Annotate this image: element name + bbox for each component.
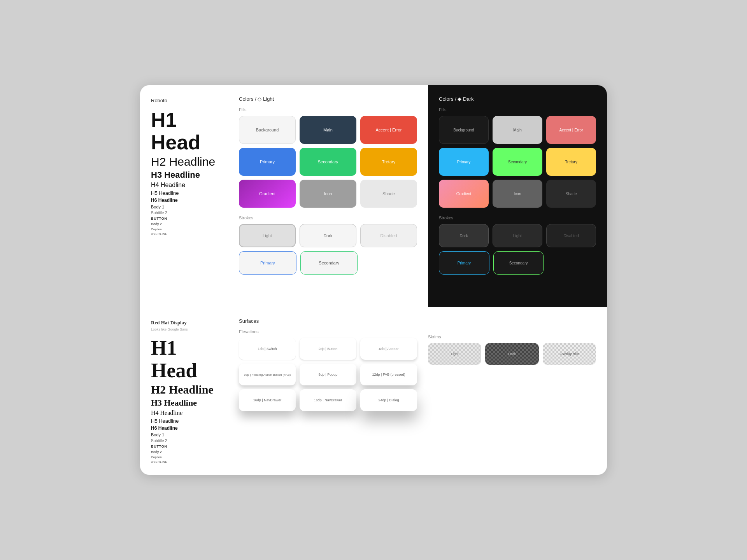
h3-label: H3 Headline bbox=[151, 170, 219, 180]
dark-swatch-gradient[interactable]: Gradient bbox=[439, 180, 489, 208]
stroke-primary[interactable]: Primary bbox=[239, 251, 296, 275]
dark-swatch-main[interactable]: Main bbox=[493, 116, 542, 144]
caption-label: Caption bbox=[151, 228, 219, 231]
h1-label: H1 Head bbox=[151, 109, 219, 153]
typography-panel: Roboto H1 Head H2 Headline H3 Headline H… bbox=[140, 85, 230, 307]
swatch-primary[interactable]: Primary bbox=[239, 148, 296, 176]
swatch-main[interactable]: Main bbox=[300, 116, 356, 144]
rh-h3-label: H3 Headline bbox=[151, 398, 219, 408]
stroke-disabled[interactable]: Disabled bbox=[360, 224, 417, 247]
fills-light-title: Fills bbox=[239, 107, 417, 112]
dark-swatch-shade[interactable]: Shade bbox=[546, 180, 596, 208]
red-hat-font-name: Red Hat Display bbox=[151, 320, 219, 326]
elevation-24dp[interactable]: 24dp | Dialog bbox=[360, 389, 417, 411]
rh-h5-label: H5 Headline bbox=[151, 418, 219, 424]
elevation-1dp[interactable]: 1dp | Switch bbox=[239, 338, 296, 360]
stroke-secondary[interactable]: Secondary bbox=[300, 251, 358, 275]
surfaces-panel: Surfaces Elevations 1dp | Switch 2dp | B… bbox=[230, 307, 428, 474]
h6-label: H6 Headline bbox=[151, 198, 219, 203]
diamond-dark-icon: ◆ bbox=[458, 96, 461, 102]
colors-light-text: Colors / ◇ Light bbox=[239, 96, 274, 102]
h5-label: H5 Headline bbox=[151, 190, 219, 196]
h2-label: H2 Headline bbox=[151, 155, 219, 168]
redhat-typography-panel: Red Hat Display Looks like Google Sans H… bbox=[140, 307, 230, 474]
strokes-dark-title: Strokes bbox=[439, 215, 596, 220]
dark-swatch-background[interactable]: Background bbox=[439, 116, 489, 144]
subtitle2-label: Subtitle 2 bbox=[151, 211, 219, 215]
elevation-grid: 1dp | Switch 2dp | Button 4dp | Appbar 6… bbox=[239, 338, 417, 411]
font-name-roboto: Roboto bbox=[151, 98, 219, 103]
dark-swatch-tretary[interactable]: Tretary bbox=[546, 148, 596, 176]
body1-label: Body 1 bbox=[151, 205, 219, 209]
dark-stroke-dark[interactable]: Dark bbox=[439, 224, 489, 247]
swatch-tretary[interactable]: Tretary bbox=[360, 148, 417, 176]
rh-h4-label: H4 Headline bbox=[151, 410, 219, 416]
h4-label: H4 Headline bbox=[151, 182, 219, 189]
skrim-overlay-blur[interactable]: Overlay Blur bbox=[543, 343, 596, 365]
colors-light-panel: Colors / ◇ Light Fills Background Main A… bbox=[230, 85, 428, 307]
rh-button-label: BUTTON bbox=[151, 444, 219, 448]
body2-label: Body 2 bbox=[151, 222, 219, 226]
dark-stroke-disabled[interactable]: Disabled bbox=[546, 224, 596, 247]
stroke-light[interactable]: Light bbox=[239, 224, 296, 247]
elevations-title: Elevations bbox=[239, 329, 417, 334]
elevation-16dp-2[interactable]: 16dp | NavDrawer bbox=[300, 389, 356, 411]
rh-h1-label: H1 Head bbox=[151, 337, 219, 381]
dark-swatch-secondary[interactable]: Secondary bbox=[493, 148, 542, 176]
diamond-light-icon: ◇ bbox=[258, 96, 261, 102]
swatch-icon[interactable]: Icon bbox=[300, 180, 356, 208]
skrim-dark[interactable]: Dark bbox=[485, 343, 538, 365]
rh-body1-label: Body 1 bbox=[151, 432, 219, 437]
colors-dark-panel: Colors / ◆ Dark Fills Background Main Ac… bbox=[428, 85, 607, 307]
rh-caption-label: Caption bbox=[151, 455, 219, 459]
rh-subtitle2-label: Subtitle 2 bbox=[151, 439, 219, 443]
overline-label: OVERLINE bbox=[151, 233, 219, 235]
colors-dark-text: Colors / ◆ Dark bbox=[439, 96, 473, 102]
strokes-light-grid: Light Dark Disabled bbox=[239, 224, 417, 247]
strokes-light-grid2: Primary Secondary bbox=[239, 251, 358, 275]
skrim-light[interactable]: Light bbox=[428, 343, 481, 365]
surfaces-title: Surfaces bbox=[239, 318, 417, 324]
skrims-grid: Light Dark Overlay Blur bbox=[428, 343, 596, 365]
stroke-dark[interactable]: Dark bbox=[300, 224, 356, 247]
skrims-section: Skrims Light Dark Overlay Blur bbox=[428, 307, 607, 474]
dark-swatch-icon[interactable]: Icon bbox=[493, 180, 542, 208]
elevation-12dp[interactable]: 12dp | FAB (pressed) bbox=[360, 364, 417, 385]
dark-swatch-accent-error[interactable]: Accent | Error bbox=[546, 116, 596, 144]
swatch-gradient[interactable]: Gradient bbox=[239, 180, 296, 208]
fills-dark-title: Fills bbox=[439, 107, 596, 112]
elevation-8dp[interactable]: 8dp | Popup bbox=[300, 364, 356, 385]
fills-light-grid: Background Main Accent | Error Primary S… bbox=[239, 116, 417, 208]
main-container: Roboto H1 Head H2 Headline H3 Headline H… bbox=[140, 85, 607, 474]
dark-stroke-light[interactable]: Light bbox=[493, 224, 542, 247]
strokes-light-title: Strokes bbox=[239, 215, 417, 220]
rh-body2-label: Body 2 bbox=[151, 450, 219, 454]
colors-light-title: Colors / ◇ Light bbox=[239, 96, 417, 102]
top-section: Roboto H1 Head H2 Headline H3 Headline H… bbox=[140, 85, 607, 307]
rh-h6-label: H6 Headline bbox=[151, 425, 219, 431]
swatch-shade[interactable]: Shade bbox=[360, 180, 417, 208]
skrims-title: Skrims bbox=[428, 334, 596, 339]
button-label: BUTTON bbox=[151, 217, 219, 220]
dark-stroke-secondary[interactable]: Secondary bbox=[493, 251, 544, 275]
elevation-6dp[interactable]: 6dp | Floating Action Button (FAB) bbox=[239, 364, 296, 385]
strokes-dark-grid2: Primary Secondary bbox=[439, 251, 544, 275]
looks-like-label: Looks like Google Sans bbox=[151, 327, 219, 331]
elevation-2dp[interactable]: 2dp | Button bbox=[300, 338, 356, 360]
rh-overline-label: OVERLINE bbox=[151, 460, 219, 463]
elevation-16dp-1[interactable]: 16dp | NavDrawer bbox=[239, 389, 296, 411]
swatch-accent-error[interactable]: Accent | Error bbox=[360, 116, 417, 144]
swatch-background[interactable]: Background bbox=[239, 116, 296, 144]
fills-dark-grid: Background Main Accent | Error Primary S… bbox=[439, 116, 596, 208]
colors-dark-title: Colors / ◆ Dark bbox=[439, 96, 596, 102]
dark-stroke-primary[interactable]: Primary bbox=[439, 251, 489, 275]
dark-swatch-primary[interactable]: Primary bbox=[439, 148, 489, 176]
swatch-secondary[interactable]: Secondary bbox=[300, 148, 356, 176]
strokes-dark-grid: Dark Light Disabled bbox=[439, 224, 596, 247]
elevation-4dp[interactable]: 4dp | Appbar bbox=[360, 338, 417, 360]
rh-h2-label: H2 Headline bbox=[151, 383, 219, 396]
bottom-section: Red Hat Display Looks like Google Sans H… bbox=[140, 307, 607, 474]
